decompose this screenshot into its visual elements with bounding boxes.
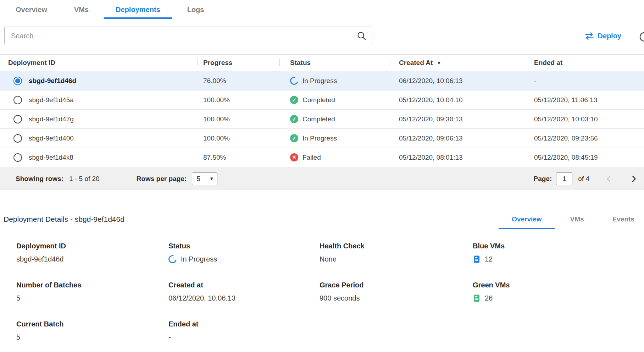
- toolbar: Deploy: [0, 19, 644, 54]
- deployment-details-section: Deployment Details - sbgd-9ef1d46d Overv…: [0, 215, 644, 341]
- details-tab-overview[interactable]: Overview: [512, 215, 542, 223]
- main-tab-bar: Overview VMs Deployments Logs: [0, 0, 644, 19]
- ended-at-cell: -: [524, 77, 644, 85]
- deploy-button-label: Deploy: [598, 32, 621, 40]
- created-at-cell: 05/12/2020, 09:06:13: [389, 134, 524, 142]
- prev-page-button[interactable]: [604, 174, 614, 183]
- row-radio[interactable]: [13, 134, 22, 143]
- status-text: In Progress: [181, 255, 217, 263]
- deployments-table: Deployment ID Progress Status Created At…: [0, 54, 644, 190]
- showing-rows-value: 1 - 5 of 20: [69, 175, 100, 183]
- details-header: Deployment Details - sbgd-9ef1d46d Overv…: [0, 215, 644, 224]
- row-radio[interactable]: [13, 153, 22, 162]
- field-number-of-batches: Number of Batches 5: [16, 281, 168, 302]
- search-icon[interactable]: [357, 31, 366, 41]
- showing-rows-label: Showing rows:: [16, 175, 63, 183]
- table-pagination: Showing rows: 1 - 5 of 20 Rows per page:…: [0, 167, 644, 190]
- field-label: Blue VMs: [473, 242, 644, 250]
- refresh-icon[interactable]: [638, 30, 644, 44]
- tab-vms[interactable]: VMs: [62, 0, 101, 19]
- field-value: 26: [473, 294, 644, 302]
- status-cell: ✓ In Progress: [279, 134, 389, 142]
- deployment-id-cell: sbgd-9ef1d47g: [0, 115, 198, 123]
- tab-deployments[interactable]: Deployments: [104, 0, 172, 19]
- row-radio[interactable]: [13, 96, 22, 104]
- next-page-button[interactable]: [629, 174, 638, 183]
- field-blue-vms: Blue VMs 12: [473, 242, 644, 263]
- field-value: 900 seconds: [320, 294, 473, 302]
- column-header-progress[interactable]: Progress: [198, 55, 279, 71]
- field-label: Created at: [168, 281, 320, 289]
- table-row[interactable]: sbgd-9ef1d46d 76.00% In Progress 06/12/2…: [0, 71, 644, 90]
- status-text: Completed: [302, 96, 335, 104]
- created-at-cell: 05/12/2020, 10:04:10: [389, 96, 524, 104]
- column-header-created-at[interactable]: Created At ▼: [389, 55, 524, 71]
- field-deployment-id: Deployment ID sbgd-9ef1d46d: [16, 242, 168, 263]
- column-header-label: Created At: [399, 59, 433, 67]
- deployment-id-text: sbgd-9ef1d400: [29, 134, 74, 142]
- ended-at-cell: 05/12/2020, 09:23:56: [524, 134, 644, 142]
- in-progress-icon: [167, 253, 178, 264]
- progress-cell: 100.00%: [198, 134, 279, 142]
- field-label: Grace Period: [320, 281, 473, 289]
- deployment-id-cell: sbgd-9ef1d4k8: [0, 153, 198, 162]
- search-box: [4, 27, 372, 45]
- page-input[interactable]: [556, 172, 572, 185]
- field-status: Status In Progress: [168, 242, 320, 263]
- tab-overview[interactable]: Overview: [4, 0, 59, 19]
- created-at-cell: 06/12/2020, 10:06:13: [389, 77, 524, 85]
- rows-per-page-select[interactable]: 5 ▼: [192, 172, 217, 185]
- details-tab-vms[interactable]: VMs: [570, 215, 584, 223]
- ended-at-cell: 05/12/2020, 08:45:19: [524, 154, 644, 161]
- status-cell: ✓ Completed: [279, 96, 389, 104]
- column-header-ended-at[interactable]: Ended at: [524, 55, 644, 71]
- progress-cell: 100.00%: [198, 96, 279, 104]
- green-vms-icon: [473, 294, 481, 302]
- field-value: 5: [16, 333, 168, 341]
- row-radio[interactable]: [13, 115, 22, 123]
- ended-at-cell: 05/12/2020, 10:03:10: [524, 115, 644, 123]
- status-text: In Progress: [302, 134, 337, 142]
- details-tab-events[interactable]: Events: [612, 215, 634, 223]
- field-label: Current Batch: [16, 320, 168, 328]
- field-label: Health Check: [320, 242, 473, 250]
- table-row[interactable]: sbgd-9ef1d400 100.00% ✓ In Progress 05/1…: [0, 129, 644, 148]
- created-at-cell: 05/12/2020, 08:01:13: [389, 154, 524, 161]
- table-row[interactable]: sbgd-9ef1d45a 100.00% ✓ Completed 05/12/…: [0, 90, 644, 110]
- field-value: 06/12/2020, 10:06:13: [168, 294, 320, 302]
- deployment-id-cell: sbgd-9ef1d45a: [0, 96, 198, 104]
- vm-count: 12: [485, 255, 493, 263]
- deploy-button[interactable]: Deploy: [585, 32, 621, 40]
- field-green-vms: Green VMs 26: [473, 281, 644, 302]
- deployment-id-text: sbgd-9ef1d4k8: [29, 154, 73, 161]
- tab-logs[interactable]: Logs: [175, 0, 216, 19]
- details-tab-bar: Overview VMs Events: [512, 215, 634, 223]
- field-value: 12: [473, 255, 644, 263]
- deployment-id-cell: sbgd-9ef1d46d: [0, 77, 198, 85]
- ended-at-cell: 05/12/2020, 11:06:13: [524, 96, 644, 104]
- field-label: Green VMs: [473, 281, 644, 289]
- table-row[interactable]: sbgd-9ef1d47g 100.00% ✓ Completed 05/12/…: [0, 110, 644, 129]
- rows-per-page-label: Rows per page:: [137, 175, 187, 183]
- field-value: In Progress: [168, 255, 320, 263]
- deployment-id-cell: sbgd-9ef1d400: [0, 134, 198, 143]
- row-radio-checked[interactable]: [13, 77, 22, 85]
- field-value: None: [320, 255, 473, 263]
- field-label: Deployment ID: [16, 242, 168, 250]
- created-at-cell: 05/12/2020, 09:30:13: [389, 115, 524, 123]
- search-input[interactable]: [5, 27, 372, 45]
- completed-icon: ✓: [290, 134, 298, 142]
- status-text: Completed: [302, 115, 335, 123]
- details-grid: Deployment ID sbgd-9ef1d46d Status In Pr…: [16, 242, 644, 341]
- progress-cell: 100.00%: [198, 115, 279, 123]
- column-header-status[interactable]: Status: [279, 55, 389, 71]
- field-value: -: [168, 333, 320, 341]
- column-header-deployment-id[interactable]: Deployment ID: [0, 55, 198, 71]
- status-text: In Progress: [302, 77, 337, 85]
- table-row[interactable]: sbgd-9ef1d4k8 87.50% × Failed 05/12/2020…: [0, 148, 644, 167]
- column-header-label: Progress: [203, 59, 232, 67]
- details-title: Deployment Details - sbgd-9ef1d46d: [4, 215, 124, 224]
- completed-icon: ✓: [290, 115, 298, 123]
- column-header-label: Deployment ID: [8, 59, 55, 67]
- sort-desc-icon: ▼: [437, 60, 441, 66]
